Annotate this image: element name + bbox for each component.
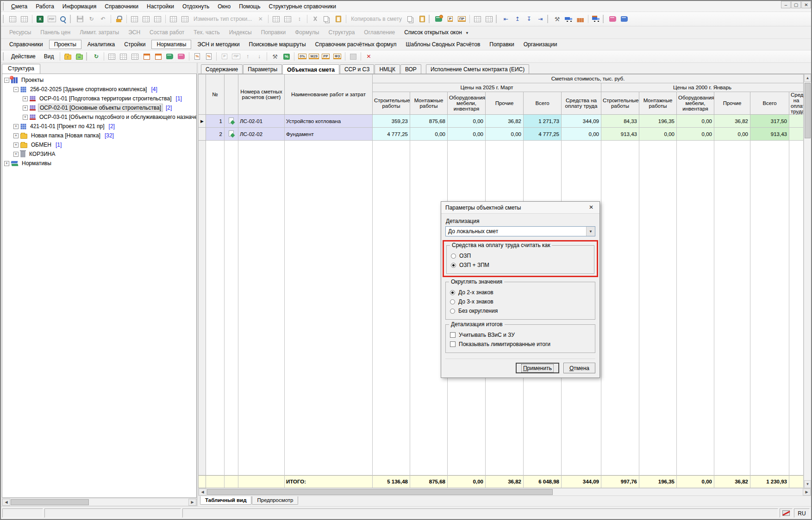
- paste-sheet-icon[interactable]: [417, 14, 427, 25]
- module-spravochnik-formul[interactable]: Справочник расчётных формул: [311, 40, 401, 49]
- maximize-button[interactable]: ▢: [791, 1, 801, 8]
- work-name-cell[interactable]: Фундамент: [285, 128, 373, 141]
- tab-formuly[interactable]: Формулы: [290, 28, 324, 37]
- estimate-code-cell[interactable]: ЛС-02-01: [238, 115, 285, 128]
- value-cell[interactable]: 344,09: [562, 115, 601, 128]
- undo-icon[interactable]: ↶: [98, 14, 108, 25]
- object-props-icon[interactable]: [130, 51, 140, 62]
- refresh-icon[interactable]: ↻: [86, 14, 97, 25]
- expand-icon[interactable]: −: [13, 87, 19, 92]
- tree-item-obmen[interactable]: + ОБМЕН [1]: [4, 140, 196, 149]
- tab-soderzhanie[interactable]: Содержание: [201, 64, 243, 74]
- cut-icon[interactable]: [310, 14, 320, 25]
- expand-icon[interactable]: +: [23, 96, 28, 101]
- indent-first-icon[interactable]: ⇤: [500, 14, 511, 25]
- row-type-b-icon[interactable]: [180, 14, 190, 25]
- copy-to-estimate-button[interactable]: Копировать в смету: [348, 16, 405, 22]
- collapse-all-icon[interactable]: −: [74, 51, 85, 62]
- tab-ssr-sz[interactable]: ССР и СЗ: [340, 64, 375, 74]
- value-cell[interactable]: 4 777,25: [373, 128, 410, 141]
- price-p-icon[interactable]: Р: [445, 14, 456, 25]
- tree-horizontal-scrollbar[interactable]: ◀ ▶: [2, 498, 197, 506]
- zero-percent-icon[interactable]: 0%: [297, 51, 307, 62]
- radio-no-rounding[interactable]: Без округления: [450, 306, 591, 316]
- scroll-up-icon[interactable]: ▲: [804, 74, 811, 82]
- menu-informacia[interactable]: Информация: [58, 2, 100, 11]
- expand-icon[interactable]: +: [13, 142, 19, 148]
- period-icon[interactable]: [141, 51, 152, 62]
- export-book-icon[interactable]: [164, 51, 175, 62]
- scroll-right-icon[interactable]: ▶: [803, 489, 811, 495]
- value-cell[interactable]: 196,35: [639, 115, 677, 128]
- module-organizacii[interactable]: Организации: [519, 40, 562, 49]
- resources-icon[interactable]: ⚒: [552, 14, 562, 25]
- module-shablony-svodnyh[interactable]: Шаблоны Сводных Расчётов: [401, 40, 485, 49]
- edit-structure-icon[interactable]: [472, 14, 483, 25]
- radio-icon[interactable]: [451, 254, 456, 259]
- table-row[interactable]: ▶ 1 ЛС-02-01 Устройство котлована 359,23…: [199, 115, 804, 128]
- value-cell[interactable]: 36,82: [486, 115, 524, 128]
- paste-icon[interactable]: [333, 14, 344, 25]
- scrollbar-track[interactable]: [10, 499, 188, 506]
- value-cell-cut[interactable]: [789, 115, 804, 128]
- tab-table-view[interactable]: Табличный вид: [200, 496, 251, 505]
- scroll-down-icon[interactable]: ▼: [804, 480, 811, 488]
- move-row-icon[interactable]: ↕: [294, 14, 305, 25]
- rr-icon[interactable]: РР: [320, 51, 331, 62]
- work-name-cell[interactable]: Устройство котлована: [285, 115, 373, 128]
- apply-button[interactable]: Применить: [516, 363, 559, 373]
- blank-icon[interactable]: [348, 51, 358, 62]
- checkbox-limited-totals[interactable]: Показывать лимитированные итоги: [450, 340, 591, 349]
- tab-nmck[interactable]: НМЦК: [375, 64, 400, 74]
- tab-oglavlenie[interactable]: Оглавление: [359, 28, 400, 37]
- delete-structure-icon[interactable]: [484, 14, 494, 25]
- value-cell[interactable]: 0,00: [677, 115, 714, 128]
- module-esn-metodiki[interactable]: ЭСН и методики: [193, 40, 244, 49]
- change-row-type-button[interactable]: Изменить тип строки...: [191, 16, 255, 22]
- save-icon[interactable]: [75, 14, 85, 25]
- expand-icon[interactable]: +: [13, 124, 19, 129]
- value-cell[interactable]: 0,00: [486, 128, 524, 141]
- calc-row-icon[interactable]: [271, 14, 281, 25]
- delivery-icon[interactable]: [591, 14, 601, 25]
- module-poiskovye-marshruty[interactable]: Поисковые маршруты: [244, 40, 311, 49]
- radio-icon[interactable]: [450, 299, 455, 304]
- chevron-down-icon[interactable]: ▼: [586, 227, 595, 236]
- tab-popravki[interactable]: Поправки: [256, 28, 290, 37]
- menu-spravochniki[interactable]: Справочники: [100, 2, 143, 11]
- value-cell[interactable]: 36,82: [714, 115, 750, 128]
- tab-struktura[interactable]: Структура: [324, 28, 359, 37]
- indent-down-icon[interactable]: ↧: [524, 14, 534, 25]
- price-p2-icon[interactable]: Р: [219, 51, 230, 62]
- scroll-right-icon[interactable]: ▶: [188, 499, 196, 506]
- checkbox-icon[interactable]: [450, 341, 456, 347]
- value-cell[interactable]: 875,68: [410, 115, 448, 128]
- total-value-cell[interactable]: 913,43: [750, 128, 789, 141]
- tab-limit-zatraty[interactable]: Лимит. затраты: [75, 28, 124, 37]
- tab-esn[interactable]: ЭСН: [124, 28, 145, 37]
- indent-last-icon[interactable]: ⇥: [535, 14, 546, 25]
- scrollbar-thumb[interactable]: [11, 499, 89, 505]
- radio-icon[interactable]: [450, 309, 455, 314]
- tree-item-osr-03[interactable]: + ОСР-03-01 [Объекты подсобного и обслуж…: [4, 112, 196, 122]
- dialog-title-bar[interactable]: Параметры объектной сметы ✕: [441, 202, 600, 214]
- refresh-tree-icon[interactable]: ↻: [91, 51, 101, 62]
- value-cell[interactable]: 0,00: [639, 128, 677, 141]
- import-book-icon[interactable]: [176, 51, 187, 62]
- tab-obektnaya-smeta[interactable]: Объектная смета: [282, 64, 339, 74]
- index-doc-icon[interactable]: %: [192, 51, 202, 62]
- radio-3-digits[interactable]: До 3-х знаков: [450, 297, 591, 306]
- dialog-close-icon[interactable]: ✕: [587, 204, 595, 212]
- value-cell-cut[interactable]: [789, 128, 804, 141]
- copy-object-icon[interactable]: [106, 51, 117, 62]
- radio-selected-icon[interactable]: [451, 263, 456, 268]
- lock-row-icon[interactable]: [113, 14, 124, 25]
- detail-combobox[interactable]: До локальных смет ▼: [445, 226, 595, 236]
- move-down-icon[interactable]: ↓: [254, 51, 264, 62]
- value-cell[interactable]: 359,23: [373, 115, 410, 128]
- action-menu[interactable]: Действие: [7, 52, 40, 61]
- table-vertical-scrollbar[interactable]: ▲ ▼: [804, 74, 811, 488]
- delete-node-icon[interactable]: ✕: [363, 51, 374, 62]
- module-normativy[interactable]: Нормативы: [151, 40, 191, 49]
- tab-sostav-rabot[interactable]: Состав работ: [145, 28, 189, 37]
